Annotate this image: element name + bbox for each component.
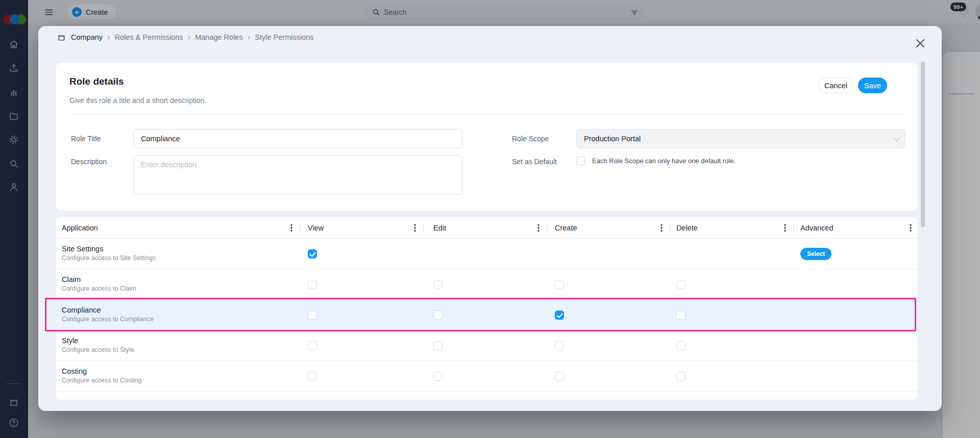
set-default-checkbox[interactable] [576, 157, 585, 165]
application-description: Configure access to Compliance [62, 316, 154, 323]
set-default-hint: Each Role Scope can only have one defaul… [592, 157, 736, 165]
view-checkbox[interactable] [308, 372, 317, 381]
create-checkbox[interactable] [555, 311, 564, 320]
application-description: Configure access to Costing [62, 377, 141, 384]
column-menu-icon[interactable] [290, 223, 292, 232]
application-window: + Create 99+ Company › [0, 0, 980, 438]
delete-checkbox[interactable] [676, 280, 685, 289]
column-menu-icon[interactable] [537, 223, 540, 232]
column-header-advanced: Advanced [800, 224, 834, 232]
application-name: Style [62, 337, 78, 345]
table-header-row: ApplicationViewEditCreateDeleteAdvanced [56, 217, 918, 239]
application-description: Configure access to Style [62, 346, 134, 353]
role-details-card: Role details Give this role a title and … [55, 62, 918, 211]
delete-checkbox[interactable] [676, 341, 685, 350]
view-checkbox[interactable] [308, 341, 317, 350]
chevron-down-icon [893, 135, 900, 141]
role-scope-value: Production Portal [584, 135, 893, 143]
breadcrumb-separator: › [248, 33, 251, 42]
application-description: Configure access to Claim [62, 285, 136, 292]
save-button[interactable]: Save [858, 78, 887, 93]
edit-checkbox[interactable] [433, 311, 443, 320]
breadcrumb: Company › Roles & Permissions › Manage R… [57, 26, 314, 48]
column-divider [300, 224, 300, 232]
breadcrumb-item-manage-roles[interactable]: Manage Roles [195, 33, 243, 41]
style-permissions-modal: Company › Roles & Permissions › Manage R… [38, 26, 942, 411]
view-checkbox[interactable] [308, 249, 317, 259]
section-divider [69, 114, 904, 114]
create-checkbox[interactable] [555, 280, 564, 289]
application-name: Compliance [62, 306, 101, 314]
column-divider [670, 224, 670, 232]
breadcrumb-separator: › [188, 33, 191, 42]
delete-checkbox[interactable] [676, 372, 685, 381]
application-name: Costing [62, 367, 87, 375]
column-header-delete: Delete [676, 224, 698, 232]
role-scope-label: Role Scope [512, 135, 549, 143]
section-title: Role details [69, 76, 124, 87]
role-title-label: Role Title [71, 135, 101, 143]
column-menu-icon[interactable] [414, 223, 416, 232]
application-name: Claim [62, 275, 81, 284]
column-divider [547, 224, 547, 232]
advanced-select-button[interactable]: Select [800, 248, 831, 260]
column-header-view: View [308, 224, 324, 232]
column-header-edit: Edit [433, 224, 446, 232]
edit-checkbox[interactable] [433, 372, 443, 381]
description-label: Description [71, 158, 107, 166]
section-subtitle: Give this role a title and a short descr… [69, 96, 206, 105]
column-divider [793, 224, 794, 232]
breadcrumb-item-roles-permissions[interactable]: Roles & Permissions [115, 33, 183, 41]
role-scope-select[interactable]: Production Portal [576, 129, 905, 148]
table-body: Site SettingsConfigure access to Site Se… [56, 239, 918, 400]
role-title-input[interactable] [133, 129, 462, 148]
create-checkbox[interactable] [555, 372, 564, 381]
application-description: Configure access to Site Settings [62, 254, 156, 262]
view-checkbox[interactable] [308, 311, 317, 320]
column-menu-icon[interactable] [660, 223, 663, 232]
breadcrumb-item-company[interactable]: Company [71, 33, 103, 41]
table-row-claim: ClaimConfigure access to Claim [56, 269, 918, 300]
delete-checkbox[interactable] [676, 311, 685, 320]
column-header-create: Create [555, 224, 577, 232]
create-checkbox[interactable] [555, 341, 564, 350]
table-row-costing: CostingConfigure access to Costing [56, 361, 918, 392]
company-icon [57, 33, 66, 42]
table-row-partial [56, 392, 918, 400]
table-row-site-settings: Site SettingsConfigure access to Site Se… [56, 239, 918, 269]
column-menu-icon[interactable] [784, 223, 786, 232]
breadcrumb-separator: › [107, 33, 110, 42]
edit-checkbox[interactable] [433, 341, 443, 350]
breadcrumb-item-style-permissions[interactable]: Style Permissions [255, 33, 313, 41]
permissions-table: ApplicationViewEditCreateDeleteAdvanced … [55, 217, 918, 400]
set-default-label: Set as Default [512, 158, 557, 166]
application-name: Site Settings [62, 245, 103, 253]
view-checkbox[interactable] [308, 280, 317, 289]
table-row-compliance: ComplianceConfigure access to Compliance [56, 300, 918, 330]
description-input[interactable] [133, 155, 462, 195]
edit-checkbox[interactable] [433, 280, 443, 289]
column-header-application: Application [62, 224, 98, 232]
table-row-style: StyleConfigure access to Style [56, 330, 918, 361]
modal-scrollbar[interactable] [921, 62, 925, 227]
column-menu-icon[interactable] [910, 223, 912, 232]
column-divider [423, 224, 424, 232]
cancel-button[interactable]: Cancel [818, 78, 853, 93]
close-icon[interactable] [913, 36, 927, 50]
